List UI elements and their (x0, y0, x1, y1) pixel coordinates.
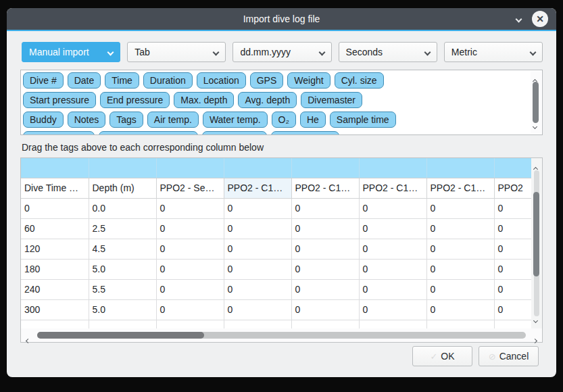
column-drop-target[interactable] (21, 158, 89, 178)
scroll-left-icon[interactable] (26, 339, 30, 343)
table-horizontal-scrollbar[interactable] (21, 328, 542, 342)
combo-time-format[interactable]: Seconds (339, 42, 437, 62)
cell: 0 (359, 218, 426, 239)
tag-chip[interactable]: Cyl. size (335, 72, 384, 89)
table-row (21, 320, 531, 328)
table-viewport: Dive Time …Depth (m)PPO2 - Se…PPO2 - C1…… (21, 158, 531, 328)
tag-chip[interactable]: End pressure (100, 92, 170, 108)
tag-chip[interactable]: Sample time (330, 112, 396, 128)
combo-import-mode[interactable]: Manual import (22, 42, 120, 62)
cell: 0 (291, 198, 359, 218)
cell: 0 (291, 299, 359, 320)
instruction-text: Drag the tags above to each correspondin… (22, 142, 543, 153)
cell: 0 (359, 198, 426, 218)
tag-chip[interactable]: Start pressure (23, 92, 96, 108)
cell: 0 (156, 279, 224, 299)
column-header: PPO2 - Se… (156, 178, 224, 198)
close-button[interactable]: ✕ (532, 11, 548, 27)
cell: 0 (426, 259, 494, 279)
cell (89, 320, 156, 328)
tag-chip[interactable]: Duration (143, 72, 193, 89)
tag-chip[interactable]: Sample CNS (271, 131, 339, 135)
table-row: 3005.0000000 (21, 299, 531, 320)
cell: 0 (359, 259, 426, 279)
tag-chip[interactable]: Avg. depth (238, 92, 297, 108)
column-drop-target[interactable] (224, 158, 291, 178)
dialog-footer: ✓ OK ⊘ Cancel (22, 346, 543, 366)
ok-button[interactable]: ✓ OK (412, 346, 472, 366)
drop-target-row (21, 158, 531, 178)
scroll-down-icon[interactable] (533, 124, 537, 129)
tag-chip[interactable]: Dive # (23, 72, 64, 89)
table-horizontal-scrollbar-thumb[interactable] (37, 332, 204, 339)
column-drop-target[interactable] (89, 158, 156, 178)
tag-rows: Dive #DateTimeDurationLocationGPSWeightC… (23, 72, 527, 135)
combo-field-separator[interactable]: Tab (127, 42, 226, 62)
cell: 0 (224, 259, 291, 279)
tag-row: Start pressureEnd pressureMax. depthAvg.… (23, 92, 527, 108)
scroll-right-icon[interactable] (533, 339, 537, 343)
tag-chip[interactable]: Time (105, 72, 139, 89)
combo-units[interactable]: Metric (444, 42, 543, 62)
tag-chip[interactable]: Weight (287, 72, 330, 89)
combo-date-format[interactable]: dd.mm.yyyy (232, 42, 331, 62)
cell: 4.5 (89, 239, 156, 259)
tag-chip[interactable]: Buddy (23, 112, 64, 128)
tag-chip[interactable]: GPS (250, 72, 284, 89)
tag-chip[interactable]: Date (68, 72, 101, 89)
cell: 0 (224, 218, 291, 239)
tag-chip[interactable]: Divemaster (301, 92, 362, 108)
cell: 0 (224, 279, 291, 299)
tag-chip[interactable]: Notes (68, 112, 106, 128)
tag-chip[interactable]: Sample pO₂ (202, 131, 266, 135)
tagbox-scrollbar-thumb[interactable] (533, 82, 539, 123)
mapping-table: Dive Time …Depth (m)PPO2 - Se…PPO2 - C1…… (20, 157, 543, 343)
cell: 0 (291, 239, 359, 259)
tag-chip[interactable]: Max. depth (174, 92, 234, 108)
tag-chip[interactable]: Sample temperature (99, 131, 198, 135)
cell: 0 (291, 218, 359, 239)
tag-chip[interactable]: Sample depth (23, 131, 95, 135)
tag-chip[interactable]: Tags (109, 112, 143, 128)
tag-chip[interactable]: Location (197, 72, 246, 89)
tag-chip[interactable]: He (300, 112, 326, 128)
combo-row: Manual importTabdd.mm.yyyySecondsMetric (22, 42, 543, 62)
shade-chevron-down-icon[interactable] (516, 16, 522, 22)
cell: 0 (156, 198, 224, 218)
cell: 0 (494, 299, 531, 320)
cell: 240 (21, 279, 89, 299)
cell (494, 320, 531, 328)
cell: 180 (21, 259, 89, 279)
cell: 5.5 (89, 279, 156, 299)
tag-chip[interactable]: O₂ (272, 112, 296, 128)
table-row: 2405.5000000 (21, 279, 531, 299)
cell: 0 (494, 279, 531, 299)
window-title: Import dive log file (7, 14, 556, 24)
cell: 0 (359, 299, 426, 320)
check-icon: ✓ (430, 351, 437, 362)
tagbox-scrollbar[interactable] (531, 71, 541, 134)
cell: 0 (224, 198, 291, 218)
column-header: Depth (m) (89, 178, 156, 198)
cell: 5.0 (89, 259, 156, 279)
scroll-down-icon[interactable] (533, 318, 538, 323)
import-dialog: Import dive log file ✕ Manual importTabd… (7, 8, 556, 377)
table-row: 00.0000000 (21, 198, 531, 218)
column-drop-target[interactable] (494, 158, 531, 178)
table-vertical-scrollbar[interactable] (531, 158, 542, 328)
tag-chip[interactable]: Air temp. (147, 112, 199, 128)
cell (291, 320, 359, 328)
chevron-down-icon (213, 49, 220, 55)
cell: 0 (224, 299, 291, 320)
cell: 0 (426, 239, 494, 259)
cell: 0 (21, 198, 89, 218)
column-drop-target[interactable] (359, 158, 426, 178)
close-icon: ✕ (536, 14, 544, 24)
tag-chip[interactable]: Water temp. (203, 112, 268, 128)
column-drop-target[interactable] (291, 158, 359, 178)
table-vertical-scrollbar-thumb[interactable] (533, 192, 539, 276)
column-drop-target[interactable] (156, 158, 224, 178)
column-drop-target[interactable] (426, 158, 494, 178)
cell: 2.5 (89, 218, 156, 239)
cancel-button[interactable]: ⊘ Cancel (479, 346, 539, 366)
